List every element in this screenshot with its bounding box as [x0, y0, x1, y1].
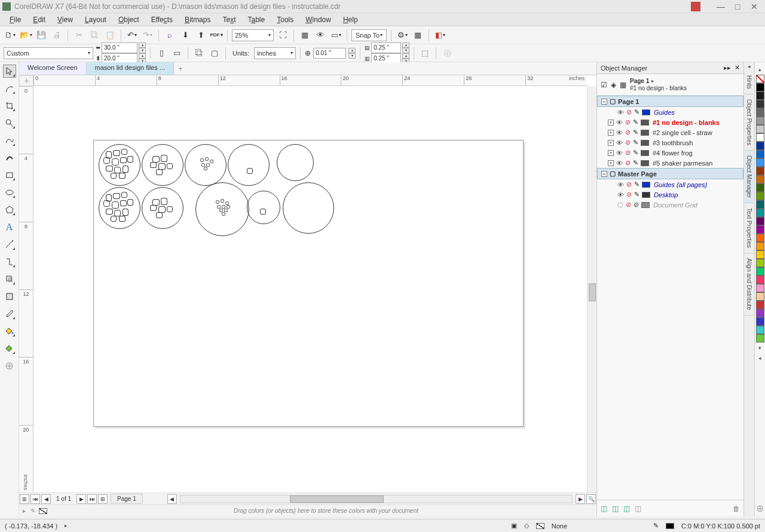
color-swatch[interactable]	[756, 250, 764, 259]
visibility-icon[interactable]: ◌	[617, 201, 623, 209]
palette-up-icon[interactable]: ▴	[758, 65, 761, 74]
new-layer-icon[interactable]: ◫	[601, 505, 607, 513]
coords-flyout-icon[interactable]: ▸	[65, 523, 67, 528]
tree-page-1[interactable]: − ▢ Page 1	[597, 96, 743, 107]
layer-color-swatch[interactable]	[641, 120, 649, 126]
no-color-swatch[interactable]	[39, 508, 47, 514]
menu-file[interactable]: File	[4, 14, 27, 25]
visibility-icon[interactable]: 👁	[616, 119, 623, 126]
nav-prev[interactable]: ◀	[41, 494, 51, 504]
color-swatch[interactable]	[756, 150, 764, 158]
tab-text-properties[interactable]: Text Properties	[745, 203, 754, 253]
transparency-tool[interactable]	[3, 290, 16, 303]
visibility-icon[interactable]: 👁	[617, 181, 624, 188]
color-swatch[interactable]	[756, 259, 764, 267]
master-layer-row[interactable]: ◌ ⊘ ⊘ Document Grid	[597, 200, 743, 210]
delete-icon[interactable]: 🗑	[733, 505, 740, 513]
layer-color-swatch[interactable]	[641, 150, 649, 156]
menu-help[interactable]: Help	[337, 14, 364, 25]
expand-icon[interactable]: +	[608, 150, 614, 156]
layer-color-swatch[interactable]	[642, 109, 650, 115]
color-swatch[interactable]	[756, 234, 764, 242]
search-button[interactable]: ⌕	[163, 29, 176, 42]
editable-icon[interactable]: ✎	[634, 191, 639, 198]
color-swatch[interactable]	[756, 184, 764, 192]
export-button[interactable]: ⬆	[194, 29, 207, 42]
printable-icon[interactable]: ⊘	[625, 159, 631, 167]
fill-icon[interactable]: ◇	[524, 522, 529, 530]
menu-object[interactable]: Object	[112, 14, 145, 25]
menu-window[interactable]: Window	[299, 14, 337, 25]
width-down[interactable]: ▾	[139, 48, 146, 53]
canvas[interactable]	[33, 86, 587, 493]
page-size-select[interactable]: Custom▾	[4, 47, 93, 59]
nav-add-before[interactable]: ⊞	[20, 494, 29, 504]
color-swatch[interactable]	[756, 91, 764, 100]
color-swatch[interactable]	[756, 100, 764, 108]
color-swatch[interactable]	[756, 334, 764, 343]
color-swatch[interactable]	[756, 225, 764, 234]
eyedropper-icon[interactable]: ✎	[30, 507, 35, 514]
save-button[interactable]: 💾	[35, 29, 48, 42]
edit-across-icon[interactable]: ◈	[611, 81, 616, 89]
editable-icon[interactable]: ✎	[633, 149, 638, 157]
dup-x-input[interactable]: 0.25 "	[371, 42, 401, 53]
color-swatch[interactable]	[756, 301, 764, 309]
new-master-layer-icon[interactable]: ◫	[612, 505, 619, 513]
current-page-button[interactable]: ▢	[208, 47, 221, 60]
printable-icon[interactable]: ⊘	[625, 149, 631, 157]
menu-bitmaps[interactable]: Bitmaps	[179, 14, 216, 25]
fullscreen-button[interactable]: ⛶	[276, 29, 289, 42]
drop-shadow-tool[interactable]	[3, 273, 16, 286]
expand-icon[interactable]: +	[608, 120, 614, 126]
palette-add-icon[interactable]: ⊕	[754, 500, 765, 516]
layer-color-swatch[interactable]	[641, 140, 649, 146]
all-pages-button[interactable]: ⿻	[192, 47, 206, 60]
polygon-tool[interactable]	[3, 203, 16, 216]
minimize-button[interactable]: —	[712, 1, 729, 12]
zoom-tool[interactable]	[3, 117, 16, 130]
editable-icon[interactable]: ✎	[633, 139, 638, 146]
printable-icon[interactable]: ⊘	[626, 181, 632, 188]
palette-down-icon[interactable]: ▾	[758, 343, 761, 353]
horizontal-scrollbar[interactable]	[180, 495, 573, 503]
menu-tools[interactable]: Tools	[271, 14, 299, 25]
nav-last[interactable]: ⏭	[87, 494, 97, 504]
maximize-button[interactable]: □	[729, 1, 746, 12]
print-button[interactable]: 🖨	[50, 29, 63, 42]
import-button[interactable]: ⬇	[179, 29, 192, 42]
crop-tool[interactable]	[3, 99, 16, 112]
new-button[interactable]: 🗋▾	[4, 29, 17, 42]
object-tree[interactable]: − ▢ Page 1 👁 ⊘ ✎ Guides+ 👁 ⊘ ✎ #1 no des…	[597, 96, 743, 500]
object-info-icon[interactable]: ▣	[511, 522, 517, 530]
menu-table[interactable]: Table	[242, 14, 271, 25]
collapse-icon[interactable]: −	[601, 171, 607, 177]
layer-color-swatch[interactable]	[641, 160, 649, 166]
editable-icon[interactable]: ⊘	[634, 201, 639, 209]
height-up[interactable]: ▴	[139, 53, 146, 59]
color-swatch[interactable]	[756, 175, 764, 184]
new-master-layer-even-icon[interactable]: ◫	[635, 505, 641, 513]
editable-icon[interactable]: ✎	[633, 129, 638, 136]
page-width-input[interactable]: 30.0 "	[102, 42, 137, 53]
shape-tool[interactable]	[3, 82, 16, 95]
layer-color-swatch[interactable]	[642, 192, 650, 198]
color-swatch[interactable]	[756, 167, 764, 175]
horizontal-ruler[interactable]: 0 4 8 12 16 20 24 28 32 inches	[33, 75, 587, 86]
snap-to-dropdown[interactable]: Snap To ▾	[351, 29, 387, 41]
document-palette[interactable]: ▸ ✎ Drag colors (or objects) here to sto…	[19, 505, 596, 516]
color-swatch[interactable]	[756, 117, 764, 125]
color-swatch[interactable]	[756, 125, 764, 133]
color-swatch[interactable]	[756, 326, 764, 334]
show-guides-button[interactable]: ▭▾	[329, 29, 342, 42]
visibility-icon[interactable]: 👁	[616, 129, 623, 136]
copy-button[interactable]: ⿻	[88, 29, 101, 42]
color-swatch[interactable]	[756, 217, 764, 225]
color-swatch[interactable]	[756, 83, 764, 91]
layer-color-swatch[interactable]	[641, 202, 650, 208]
ruler-origin[interactable]: ⊹	[19, 75, 33, 86]
color-swatch[interactable]	[756, 276, 764, 284]
layer-row[interactable]: + 👁 ⊘ ✎ #3 toothbrush	[597, 137, 743, 148]
menu-view[interactable]: View	[51, 14, 79, 25]
layer-row[interactable]: + 👁 ⊘ ✎ #1 no design - blanks	[597, 117, 743, 127]
